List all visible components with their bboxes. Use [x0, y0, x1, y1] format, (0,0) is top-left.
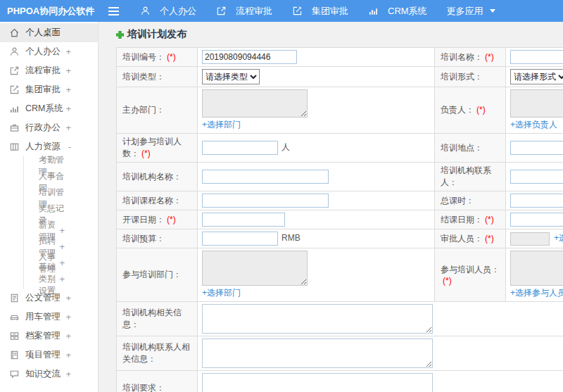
sidebar-item-personal-desktop[interactable]: 个人桌面 — [0, 23, 98, 42]
form-row: 培训预算： RMB 审批人员：(*) +选择审批人员 — [117, 229, 563, 248]
nav-item-workflow-approval[interactable]: 流程审批 — [206, 0, 282, 22]
sidebar-item-crm[interactable]: CRM系统 + — [0, 99, 98, 118]
nav-item-more-apps[interactable]: 更多应用 — [437, 0, 505, 22]
sidebar-item-document-management[interactable]: 公文管理 + — [0, 289, 98, 308]
nav-item-personal-office[interactable]: 个人办公 — [130, 0, 206, 22]
expand-sign[interactable]: + — [65, 84, 71, 95]
start-date-input[interactable] — [202, 213, 285, 227]
approvers-label: 审批人员： — [441, 234, 483, 244]
sidebar-item-admin-office[interactable]: 行政办公 + — [0, 118, 98, 137]
nav-item-group-approval[interactable]: 集团审批 — [282, 0, 358, 22]
form-row: 培训类型： 请选择类型 培训形式： 请选择形式 — [117, 67, 563, 87]
start-date-label: 开课日期： — [122, 215, 165, 225]
training-type-select[interactable]: 请选择类型 — [202, 69, 260, 84]
leader-label: 负责人： — [441, 105, 474, 115]
required-mark: (*) — [167, 215, 176, 225]
training-name-input[interactable] — [510, 50, 563, 64]
expand-sign[interactable]: + — [65, 293, 71, 303]
submenu-item-salary[interactable]: 薪资管理 + — [24, 222, 98, 239]
course-name-label: 培训课程名称： — [122, 196, 182, 206]
sidebar-item-workflow-approval[interactable]: 流程审批 + — [0, 61, 98, 80]
expand-sign[interactable]: + — [65, 369, 71, 379]
required-mark: (*) — [141, 148, 151, 158]
training-no-input[interactable] — [202, 50, 297, 64]
planned-participants-input[interactable] — [202, 141, 278, 155]
sidebar-item-label: 知识交流 — [25, 368, 61, 380]
hamburger-menu-icon[interactable] — [108, 7, 119, 15]
sidebar-item-label: 用车管理 — [25, 311, 61, 323]
select-approver-link[interactable]: +选择审批人员 — [554, 233, 563, 243]
sidebar-item-vehicle-management[interactable]: 用车管理 + — [0, 308, 98, 327]
form-row: 培训课程名称： 总课时： — [117, 191, 563, 210]
expand-sign[interactable]: + — [59, 274, 65, 284]
form-row: 开课日期：(*) 结课日期：(*) — [117, 210, 563, 229]
budget-input[interactable] — [202, 232, 278, 246]
org-contact-info-textarea[interactable] — [202, 339, 433, 368]
host-dept-textarea[interactable] — [202, 89, 308, 118]
expand-sign[interactable]: + — [65, 122, 71, 133]
select-participants-link[interactable]: +选择参与人员 — [510, 287, 563, 299]
submenu-item-personnel[interactable]: 人事管理 + — [24, 255, 98, 271]
participating-depts-textarea[interactable] — [202, 251, 308, 286]
sidebar-item-group-approval[interactable]: 集团审批 + — [0, 80, 98, 99]
expand-sign[interactable]: + — [59, 258, 65, 268]
workflow-icon — [9, 65, 20, 76]
training-form-select[interactable]: 请选择形式 — [510, 69, 563, 84]
expand-sign[interactable]: + — [65, 350, 71, 360]
sidebar-item-personal-office[interactable]: 个人办公 + — [0, 42, 98, 61]
total-hours-input[interactable] — [510, 194, 563, 208]
select-dept-link[interactable]: +选择部门 — [202, 119, 241, 131]
form-row: 参与培训部门： +选择部门 参与培训人员：(*) +选择参与人员 — [117, 248, 563, 302]
form-row: 培训编号：(*) 培训名称：(*) — [117, 48, 563, 67]
expand-sign[interactable]: + — [59, 225, 65, 236]
document-icon — [9, 293, 20, 303]
sidebar-item-label: 个人办公 — [25, 46, 61, 58]
required-mark: (*) — [443, 276, 452, 286]
expand-sign[interactable]: + — [65, 65, 71, 76]
nav-item-label: 个人办公 — [160, 5, 196, 18]
edit-icon — [292, 6, 303, 16]
notebook-icon — [9, 350, 20, 360]
expand-sign[interactable]: + — [59, 241, 65, 252]
training-no-label: 培训编号： — [122, 52, 165, 62]
expand-sign[interactable]: + — [65, 331, 71, 341]
budget-label: 培训预算： — [122, 234, 165, 244]
leader-textarea[interactable] — [510, 89, 563, 118]
sidebar-item-label: 档案管理 — [25, 330, 61, 342]
select-leader-link[interactable]: +选择负责人 — [510, 119, 557, 131]
org-name-input[interactable] — [202, 170, 329, 184]
form-row: 培训要求： — [117, 371, 563, 392]
main-content: 培训计划发布 培训编号：(*) 培训名称：(*) 培训类型： 请选择类型 培训形… — [99, 22, 563, 392]
total-hours-label: 总课时： — [441, 196, 474, 206]
expand-sign[interactable]: + — [65, 312, 71, 322]
hr-card-icon — [9, 141, 20, 152]
submenu-item-reward-punishment[interactable]: 奖惩记录 — [24, 206, 98, 222]
expand-sign[interactable]: + — [65, 103, 71, 114]
org-name-label: 培训机构名称： — [122, 172, 182, 182]
org-info-textarea[interactable] — [202, 304, 433, 334]
submenu-item-base-category[interactable]: 基础类别设置 + — [24, 271, 98, 287]
people-unit: 人 — [282, 142, 290, 152]
location-input[interactable] — [510, 141, 563, 155]
required-mark: (*) — [485, 52, 494, 62]
select-training-dept-link[interactable]: +选择部门 — [202, 287, 241, 299]
nav-item-crm[interactable]: CRM系统 — [358, 0, 437, 22]
expand-sign[interactable]: + — [65, 46, 71, 57]
participants-textarea[interactable] — [510, 251, 563, 286]
page-title: 培训计划发布 — [116, 28, 563, 41]
org-contact-input[interactable] — [510, 170, 563, 184]
location-label: 培训地点： — [441, 143, 483, 153]
course-name-input[interactable] — [202, 194, 329, 208]
sidebar-item-knowledge-exchange[interactable]: 知识交流 + — [0, 365, 98, 384]
requirements-textarea[interactable] — [202, 373, 433, 392]
planned-participants-label: 计划参与培训人数： — [122, 137, 182, 158]
sidebar-item-label: 人力资源 — [25, 141, 61, 153]
sidebar-item-archive-management[interactable]: 档案管理 + — [0, 327, 98, 346]
collapse-sign[interactable]: - — [68, 141, 71, 152]
sidebar-item-label: 集团审批 — [25, 84, 61, 96]
sidebar: 个人桌面 个人办公 + 流程审批 + 集团审批 + — [0, 22, 99, 392]
submenu-item-recruitment[interactable]: 招聘管理 + — [24, 239, 98, 255]
end-date-input[interactable] — [510, 213, 563, 227]
sidebar-item-project-management[interactable]: 项目管理 + — [0, 346, 98, 365]
approvers-box[interactable] — [510, 232, 550, 246]
